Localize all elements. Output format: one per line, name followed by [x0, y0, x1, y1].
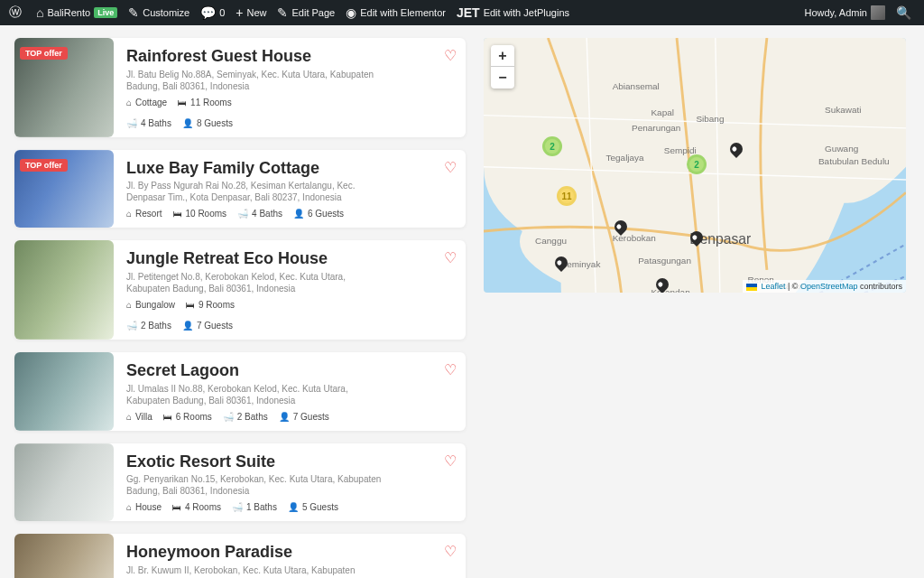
bath-icon: 🛁	[223, 412, 234, 422]
bed-icon: 🛏	[163, 412, 172, 422]
listings-column: TOP offerRainforest Guest HouseJl. Batu …	[14, 38, 466, 578]
favorite-button[interactable]: ♡	[444, 361, 457, 378]
listing-thumb	[14, 443, 114, 522]
svg-text:Penarungan: Penarungan	[632, 123, 680, 133]
listing-thumb: TOP offer	[14, 150, 114, 228]
listing-title[interactable]: Exotic Resort Suite	[126, 452, 453, 471]
home-icon: ⌂	[126, 300, 132, 310]
listing-card[interactable]: Secret LagoonJl. Umalas II No.88, Kerobo…	[14, 352, 466, 431]
map-cluster[interactable]: 2	[542, 136, 562, 156]
jet-icon: JET	[457, 5, 480, 20]
listing-title[interactable]: Honeymoon Paradise	[126, 543, 453, 562]
listing-meta: ⌂Resort🛏10 Rooms🛁4 Baths👤6 Guests	[126, 209, 453, 219]
listing-address: Jl. Br. Kuwum II, Kerobokan, Kec. Kuta U…	[126, 564, 388, 578]
listing-thumb: TOP offer	[14, 38, 114, 137]
listing-title[interactable]: Luxe Bay Family Cottage	[126, 159, 453, 178]
bath-icon: 🛁	[232, 502, 243, 512]
customize-link[interactable]: ✎Customize	[123, 0, 195, 25]
my-account-link[interactable]: Howdy, Admin	[799, 0, 892, 25]
svg-text:Patasgungan: Patasgungan	[638, 256, 691, 266]
pencil-icon: ✎	[277, 5, 288, 20]
listing-title[interactable]: Rainforest Guest House	[126, 47, 453, 66]
search-icon: 🔍	[896, 5, 911, 20]
meta-bed: 🛏9 Rooms	[186, 300, 235, 310]
home-icon: ⌂	[126, 412, 132, 422]
svg-text:Kapal: Kapal	[651, 107, 674, 117]
meta-bath: 🛁2 Baths	[223, 412, 268, 422]
listing-card[interactable]: Honeymoon ParadiseJl. Br. Kuwum II, Kero…	[14, 534, 466, 578]
edit-elementor-link[interactable]: ◉Edit with Elementor	[340, 0, 451, 25]
favorite-button[interactable]: ♡	[444, 543, 457, 560]
live-badge: Live	[94, 7, 117, 18]
wordpress-icon: ⓦ	[9, 5, 22, 21]
favorite-button[interactable]: ♡	[444, 47, 457, 64]
leaflet-link[interactable]: Leaflet	[761, 282, 785, 291]
site-name[interactable]: ⌂BaliRentoLive	[31, 0, 123, 25]
zoom-out-button[interactable]: −	[491, 67, 514, 89]
listing-meta: ⌂Bungalow🛏9 Rooms🛁2 Baths👤7 Guests	[126, 300, 453, 331]
osm-link[interactable]: OpenStreetMap	[800, 282, 858, 291]
meta-bed: 🛏10 Rooms	[173, 209, 227, 219]
map-cluster[interactable]: 2	[687, 154, 707, 174]
listing-card[interactable]: Exotic Resort SuiteGg. Penyarikan No.15,…	[14, 443, 466, 522]
listing-address: Jl. By Pass Ngurah Rai No.28, Kesiman Ke…	[126, 180, 388, 203]
search-toggle[interactable]: 🔍	[891, 0, 920, 25]
listing-address: Jl. Batu Belig No.88A, Seminyak, Kec. Ku…	[126, 69, 388, 92]
meta-home: ⌂Bungalow	[126, 300, 175, 310]
comments-link[interactable]: 💬0	[195, 0, 230, 25]
home-icon: ⌂	[126, 502, 132, 512]
map-attribution: Leaflet | © OpenStreetMap contributors	[743, 280, 906, 293]
zoom-in-button[interactable]: +	[491, 45, 514, 67]
listing-body: Luxe Bay Family CottageJl. By Pass Ngura…	[114, 150, 466, 228]
listing-body: Rainforest Guest HouseJl. Batu Belig No.…	[114, 38, 466, 137]
favorite-button[interactable]: ♡	[444, 159, 457, 176]
meta-bath: 🛁4 Baths	[126, 118, 171, 128]
meta-bed: 🛏4 Rooms	[172, 502, 221, 512]
site-name-label: BaliRento	[47, 7, 90, 18]
wp-logo[interactable]: ⓦ	[4, 0, 31, 25]
listing-title[interactable]: Jungle Retreat Eco House	[126, 249, 453, 268]
meta-bed: 🛏6 Rooms	[163, 412, 212, 422]
ukraine-flag-icon	[746, 284, 757, 291]
new-content-link[interactable]: +New	[230, 0, 272, 25]
zoom-control: + −	[491, 45, 514, 89]
svg-text:Guwang: Guwang	[825, 144, 858, 154]
map[interactable]: AbiansemalKapalSibangSukawatiGuwangBatub…	[484, 38, 906, 293]
bed-icon: 🛏	[172, 502, 181, 512]
meta-guest: 👤7 Guests	[279, 412, 329, 422]
listing-title[interactable]: Secret Lagoon	[126, 361, 453, 380]
edit-jetplugins-link[interactable]: JETEdit with JetPlugins	[451, 0, 575, 25]
bath-icon: 🛁	[237, 209, 248, 219]
listing-thumb	[14, 534, 114, 578]
guest-icon: 👤	[293, 209, 304, 219]
meta-guest: 👤7 Guests	[182, 321, 233, 331]
listing-address: Jl. Umalas II No.88, Kerobokan Kelod, Ke…	[126, 383, 388, 406]
meta-home: ⌂Villa	[126, 412, 152, 422]
comment-icon: 💬	[200, 5, 216, 20]
listing-body: Secret LagoonJl. Umalas II No.88, Kerobo…	[114, 352, 466, 431]
meta-home: ⌂House	[126, 502, 162, 512]
svg-text:Sibang: Sibang	[696, 114, 724, 124]
listing-card[interactable]: TOP offerLuxe Bay Family CottageJl. By P…	[14, 150, 466, 228]
meta-bath: 🛁4 Baths	[237, 209, 282, 219]
meta-guest: 👤5 Guests	[288, 502, 338, 512]
page-content: TOP offerRainforest Guest HouseJl. Batu …	[0, 0, 924, 578]
favorite-button[interactable]: ♡	[444, 452, 457, 470]
listing-card[interactable]: Jungle Retreat Eco HouseJl. Petitenget N…	[14, 240, 466, 340]
bath-icon: 🛁	[126, 118, 137, 128]
bath-icon: 🛁	[126, 321, 137, 331]
favorite-button[interactable]: ♡	[444, 249, 457, 266]
listing-address: Gg. Penyarikan No.15, Kerobokan, Kec. Ku…	[126, 473, 388, 497]
svg-text:Canggu: Canggu	[535, 236, 567, 246]
home-icon: ⌂	[126, 98, 132, 107]
listing-address: Jl. Petitenget No.8, Kerobokan Kelod, Ke…	[126, 271, 388, 294]
map-cluster[interactable]: 11	[557, 186, 577, 206]
svg-text:Sukawati: Sukawati	[825, 105, 861, 115]
guest-icon: 👤	[279, 412, 290, 422]
svg-text:Batubulan Bedulu: Batubulan Bedulu	[818, 156, 890, 166]
meta-guest: 👤8 Guests	[182, 118, 233, 128]
edit-page-link[interactable]: ✎Edit Page	[272, 0, 340, 25]
bed-icon: 🛏	[186, 300, 195, 310]
listing-card[interactable]: TOP offerRainforest Guest HouseJl. Batu …	[14, 38, 466, 137]
listing-body: Honeymoon ParadiseJl. Br. Kuwum II, Kero…	[114, 534, 466, 578]
